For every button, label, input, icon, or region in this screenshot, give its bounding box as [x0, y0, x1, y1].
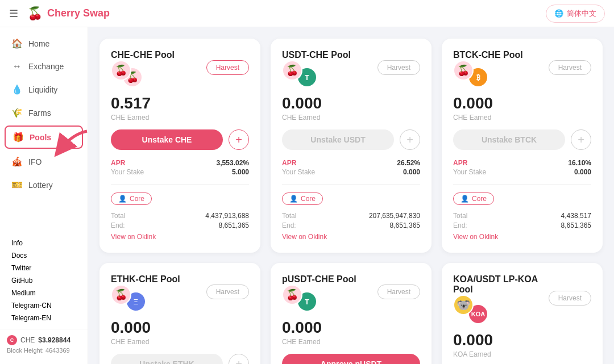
view-on-oklink-link[interactable]: View on Oklink [453, 233, 498, 241]
pool-title: KOA/USDT LP-KOA Pool [453, 274, 549, 295]
unstake-button[interactable]: Unstake USDT [282, 129, 394, 150]
che-price: $3.928844 [38, 336, 70, 344]
pool-card-ethk-che: ETHK-CHE Pool 🍒 Ξ Harvest 0.000 CHE Earn… [99, 263, 260, 364]
farms-icon: 🌾 [11, 107, 23, 118]
harvest-button[interactable]: Harvest [377, 60, 420, 75]
sidebar-item-label: Home [28, 39, 49, 48]
core-badge: 👤 Core [111, 193, 152, 205]
menu-icon[interactable]: ☰ [9, 7, 18, 20]
end-row: End: 8,651,365 [282, 221, 420, 229]
card-header: USDT-CHE Pool 🍒 T Harvest [282, 50, 420, 85]
card-header: CHE-CHE Pool 🍒 🍒 Harvest [111, 50, 249, 85]
language-label: 简体中文 [567, 9, 596, 19]
harvest-button[interactable]: Harvest [377, 284, 420, 299]
sidebar-item-liquidity[interactable]: 💧 Liquidity [0, 78, 88, 101]
link-medium[interactable]: Medium [11, 287, 76, 299]
sidebar-item-label: Lottery [28, 181, 53, 190]
card-header: pUSDT-CHE Pool 🍒 T Harvest [282, 274, 420, 309]
earned-amount: 0.000 [282, 319, 420, 337]
approve-button[interactable]: Approve pUSDT [282, 354, 420, 364]
pool-icons: 🍒 Ξ [111, 284, 146, 309]
pool-icon-main: 🍒 [111, 284, 131, 305]
lottery-icon: 🎫 [11, 179, 23, 190]
unstake-button[interactable]: Unstake ETHK [111, 354, 223, 364]
pool-title: ETHK-CHE Pool [111, 274, 180, 284]
link-twitter[interactable]: Twitter [11, 262, 76, 274]
block-height: Block Height: 4643369 [7, 347, 81, 354]
liquidity-icon: 💧 [11, 84, 23, 95]
earned-label: CHE Earned [282, 114, 420, 122]
harvest-button[interactable]: Harvest [206, 60, 249, 75]
harvest-button[interactable]: Harvest [549, 60, 591, 75]
link-info[interactable]: Info [11, 237, 76, 249]
core-icon: 👤 [118, 195, 127, 203]
core-label: Core [130, 195, 144, 203]
language-button[interactable]: 🌐 简体中文 [546, 5, 605, 23]
action-row: Unstake ETHK + [111, 354, 249, 364]
pool-icons: 🍒 T [282, 60, 317, 85]
core-badge: 👤 Core [282, 193, 323, 205]
pool-icons: 🍒 ₿ [453, 60, 488, 85]
action-row: Unstake BTCK + [453, 129, 591, 150]
add-button[interactable]: + [229, 354, 249, 364]
divider [111, 184, 249, 185]
logo-icon: 🍒 [27, 6, 43, 21]
sidebar-item-ifo[interactable]: 🎪 IFO [0, 150, 88, 173]
earned-label: CHE Earned [453, 114, 591, 122]
pool-icon-main: 🐨 [453, 295, 474, 315]
card-header: KOA/USDT LP-KOA Pool 🐨 KOA Harvest [453, 274, 591, 322]
sidebar-item-farms[interactable]: 🌾 Farms [0, 101, 88, 124]
apr-row: APR 16.10% [453, 159, 591, 167]
unstake-button[interactable]: Unstake CHE [111, 129, 223, 150]
pools-content: CHE-CHE Pool 🍒 🍒 Harvest 0.517 CHE Earne… [88, 27, 614, 364]
apr-label: APR [111, 159, 125, 167]
stake-label: Your Stake [111, 168, 144, 176]
pool-icon-main: 🍒 [282, 284, 302, 305]
total-row: Total 207,635,947,830 [282, 212, 420, 220]
sidebar-item-pools[interactable]: 🎁 Pools [5, 125, 83, 149]
divider [282, 184, 420, 185]
earned-amount: 0.000 [453, 331, 591, 349]
add-button[interactable]: + [571, 129, 591, 150]
apr-value: 26.52% [397, 159, 420, 167]
core-label: Core [301, 195, 316, 203]
sidebar-item-label: Liquidity [28, 85, 57, 94]
stake-row: Your Stake 0.000 [282, 168, 420, 176]
link-github[interactable]: GitHub [11, 274, 76, 287]
total-row: Total 4,438,517 [453, 212, 591, 220]
stake-row: Your Stake 5.000 [111, 168, 249, 176]
apr-value: 3,553.02% [217, 159, 249, 167]
pool-icons: 🍒 T [282, 284, 317, 309]
earned-label: CHE Earned [282, 338, 420, 346]
earned-amount: 0.517 [111, 94, 249, 112]
unstake-button[interactable]: Unstake BTCK [453, 129, 565, 150]
pool-card-koa-usdt: KOA/USDT LP-KOA Pool 🐨 KOA Harvest 0.000… [442, 263, 603, 364]
earned-label: CHE Earned [111, 114, 249, 122]
sidebar-item-label: Farms [28, 108, 51, 118]
sidebar: 🏠 Home ↔ Exchange 💧 Liquidity 🌾 Farms 🎁 … [0, 27, 88, 364]
add-button[interactable]: + [229, 129, 249, 150]
sidebar-item-home[interactable]: 🏠 Home [0, 32, 88, 55]
sidebar-item-label: Exchange [28, 62, 64, 71]
divider [453, 184, 591, 185]
action-row: Unstake CHE + [111, 129, 249, 150]
link-telegram-cn[interactable]: Telegram-CN [11, 299, 76, 312]
harvest-button[interactable]: Harvest [206, 284, 249, 299]
pool-icon-main: 🍒 [111, 60, 131, 81]
harvest-button[interactable]: Harvest [549, 291, 591, 306]
header: ☰ 🍒 Cherry Swap 🌐 简体中文 [0, 0, 614, 27]
view-on-oklink-link[interactable]: View on Oklink [282, 233, 327, 241]
sidebar-item-lottery[interactable]: 🎫 Lottery [0, 173, 88, 196]
link-docs[interactable]: Docs [11, 249, 76, 262]
pool-icons: 🍒 🍒 [111, 60, 143, 85]
che-info: C CHE $3.928844 [7, 335, 81, 345]
link-telegram-en[interactable]: Telegram-EN [11, 312, 76, 324]
add-button[interactable]: + [400, 129, 420, 150]
view-on-oklink-link[interactable]: View on Oklink [111, 233, 156, 241]
action-row: Approve pUSDT [282, 354, 420, 364]
earned-amount: 0.000 [282, 94, 420, 112]
stake-label: Your Stake [453, 168, 486, 176]
sidebar-item-label: Pools [30, 133, 51, 142]
sidebar-item-exchange[interactable]: ↔ Exchange [0, 55, 88, 78]
total-row: Total 4,437,913,688 [111, 212, 249, 220]
